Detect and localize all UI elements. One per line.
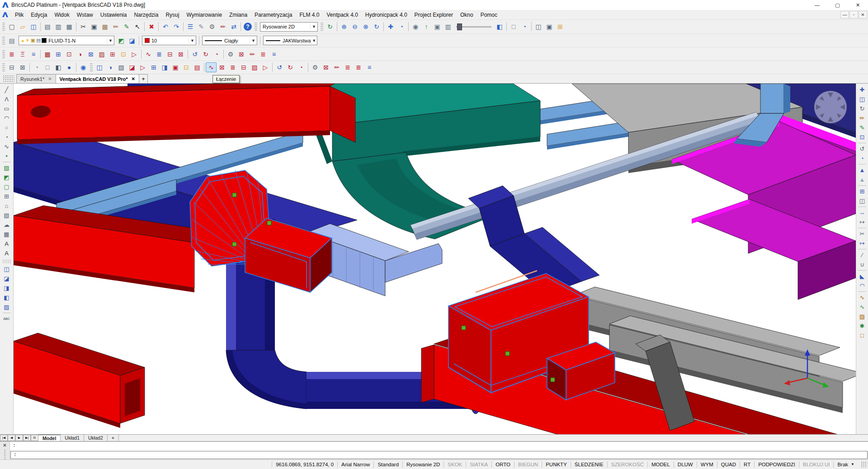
menu-ventpack-4-0[interactable]: Ventpack 4.0 [323,11,361,19]
document-tab[interactable]: Rysunek1*✕ [16,74,56,83]
statusbar-toggle-orto[interactable]: ORTO [491,461,514,468]
text-icon[interactable]: A [2,239,12,249]
revision-cloud-icon[interactable]: ☁ [2,220,12,230]
vp2-list-p-icon[interactable]: ≣ [342,62,353,72]
vp-delete-icon[interactable]: ⊠ [236,49,247,59]
vp-profile-icon[interactable]: ≣ [6,49,17,59]
layer-settings-icon[interactable]: ▤ [6,36,17,46]
view-manager-icon[interactable]: ⊞ [555,22,566,32]
statusbar-toggle-rt[interactable]: RT [740,461,754,468]
command-close-icon[interactable]: ✕ [3,443,6,448]
mdi-minimize-icon[interactable]: — [840,11,849,19]
shape-icon[interactable]: ⌂ [2,201,12,211]
menu-zmiana[interactable]: Zmiana [226,11,251,19]
vp2-flag-icon[interactable]: ◪ [127,62,137,72]
vp-machine-icon[interactable]: ▩ [42,49,53,59]
close-icon[interactable]: ✕ [848,0,868,10]
vp2-measure-icon[interactable]: ◔ [31,62,42,72]
vp2-duct-oval-icon[interactable]: ◑ [105,62,116,72]
menu-parametryzacja[interactable]: Parametryzacja [251,11,296,19]
toolbar-grip[interactable] [2,22,5,31]
text-style-icon[interactable]: A [2,249,12,258]
paste-icon[interactable]: ▦ [99,22,110,32]
layout-list-icon[interactable]: ⊟ [31,435,38,441]
vertex-edit-icon[interactable]: ✱ [857,321,867,331]
statusbar-toggle-punkty[interactable]: PUNKTY [542,461,571,468]
format-painter-icon[interactable]: ✏ [110,22,121,32]
linetype-select[interactable]: Ciągły▼ [202,36,257,45]
statusbar-dim-style[interactable]: Standard [373,461,402,468]
vp2-connection-icon[interactable]: ∿ [206,62,217,72]
duct-red-top-left[interactable] [17,84,355,144]
zoom-previous-icon[interactable]: ↻ [371,22,382,32]
toolbar-grip[interactable] [2,50,5,59]
vp-support-icon[interactable]: ⊟ [165,49,175,59]
vp-flex-duct-icon[interactable]: ∿ [143,49,154,59]
move-icon[interactable]: ✚ [857,85,867,94]
statusbar-toggle-biegun[interactable]: BIEGUN [514,461,542,468]
match-properties-icon[interactable]: ✎ [121,22,132,32]
minimize-icon[interactable]: — [807,0,827,10]
command-input[interactable]: : [10,451,868,459]
statusbar-toggle-szerokość[interactable]: SZEROKOŚĆ [607,461,647,468]
draw-ellipse-icon[interactable]: ◔ [2,132,12,142]
vp-export-xml-icon[interactable]: ▷ [129,49,140,59]
zoom-extents-icon[interactable]: ⊗ [360,22,371,32]
tile-windows-icon[interactable]: ◫ [533,22,544,32]
statusbar-selection-dropdown[interactable]: Brak▼ [833,461,858,468]
vp2-frame-icon[interactable]: ⊠ [17,62,28,72]
hatchedit2-icon[interactable]: ▨ [857,312,867,321]
navigation-compass[interactable] [814,91,847,123]
draw-rectangle-icon[interactable]: ▭ [2,104,12,113]
copy-entities-icon[interactable]: ◫ [857,94,867,104]
menu-rysuj[interactable]: Rysuj [162,11,183,19]
vp2-export-icon[interactable]: ▤ [192,62,203,72]
orbit3d-icon[interactable]: ◔ [857,154,867,163]
vp-track-icon[interactable]: ≣ [154,49,165,59]
vp2-delete-icon[interactable]: ⊠ [321,62,331,72]
cut-icon[interactable]: ✂ [78,22,89,32]
explode-icon[interactable]: □ [857,331,867,340]
vp2-tools-icon[interactable]: ⚙ [310,62,321,72]
statusbar-toggle-śledzenie[interactable]: ŚLEDZENIE [571,461,607,468]
vp2-rotate-90-icon[interactable]: ◔ [296,62,307,72]
layout-tab-uk-ad1[interactable]: Układ1 [61,435,84,441]
regen-icon[interactable]: ↻ [325,22,335,32]
gradient-icon[interactable]: ◩ [2,173,12,182]
toolbar-grip[interactable] [90,63,93,72]
vp2-door-icon[interactable]: ▣ [170,62,181,72]
vp-rotate-angle-icon[interactable]: ↻ [200,49,211,59]
vp2-duct-round-icon[interactable]: ◫ [94,62,105,72]
undo-icon[interactable]: ↶ [160,22,171,32]
hatch-edit-icon[interactable]: ▨ [2,302,12,312]
maximize-icon[interactable]: ▢ [827,0,848,10]
vp-cart-icon[interactable]: ⊞ [107,49,118,59]
boundary-icon[interactable]: ▢ [2,182,12,192]
pan-icon[interactable]: ✚ [385,22,396,32]
erase-icon[interactable]: ✖ [146,22,157,32]
vp2-sphere-icon[interactable]: ● [64,62,75,72]
toolbar-grip[interactable] [2,63,5,72]
orbit-icon[interactable]: ◔ [396,22,407,32]
layer-previous-icon[interactable]: ◩ [116,36,127,46]
fillet-icon[interactable]: ◠ [857,281,867,291]
plot-icon[interactable]: ▥ [53,22,64,32]
statusbar-toggle-skok[interactable]: SKOK [443,461,466,468]
menu-okno[interactable]: Okno [457,11,477,19]
camera-icon[interactable]: ▣ [432,22,443,32]
vp-catalog-icon[interactable]: ⊡ [118,49,129,59]
statusbar-toggle-siatka[interactable]: SIATKA [466,461,491,468]
mirror3d-icon[interactable]: ▲ [857,175,867,184]
break-icon[interactable]: ∕ [857,250,867,260]
vp-levels-icon[interactable]: ≡ [28,49,39,59]
vp2-rotate-angle-icon[interactable]: ↻ [285,62,296,72]
layout-tab--[interactable]: + [108,435,119,441]
copy-icon[interactable]: ▣ [89,22,99,32]
tabbar-grip[interactable] [3,75,14,82]
menu-narzędzia[interactable]: Narzędzia [130,11,162,19]
toolbar-grip[interactable] [2,36,5,45]
duct-red-bottom-left[interactable] [14,333,145,428]
next-layout-icon[interactable]: ▶ [15,435,23,441]
vp2-edit-icon[interactable]: ✏ [331,62,342,72]
pedit-icon[interactable]: ∿ [857,293,867,302]
